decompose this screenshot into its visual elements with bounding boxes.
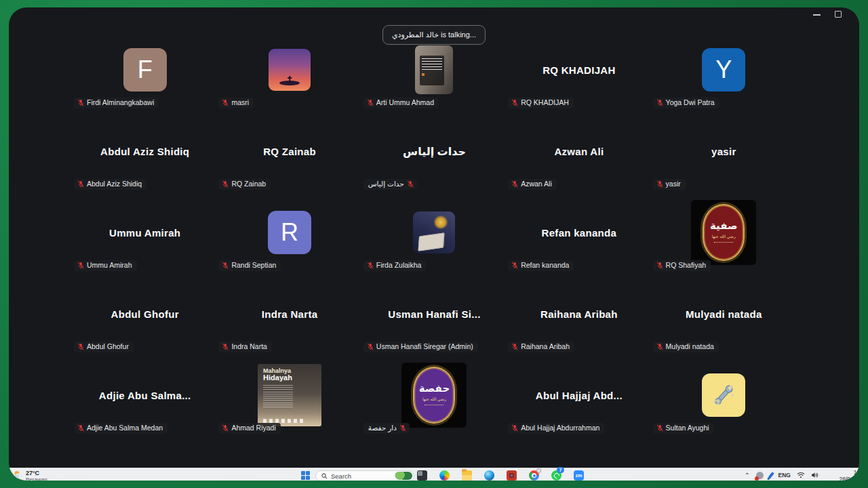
- participant-name-text: Raihana Aribah: [521, 343, 570, 350]
- muted-mic-icon: [77, 343, 84, 350]
- participant-tile[interactable]: Abdul Aziz ShidiqAbdul Aziz Shidiq: [73, 110, 217, 192]
- taskbar-clock[interactable]: 10:07 28/02/2025: [833, 470, 859, 481]
- participant-tile[interactable]: masri: [217, 29, 361, 110]
- avatar-image-quote-frame: [415, 45, 453, 94]
- muted-mic-icon: [222, 99, 229, 106]
- avatar-image-quran-night: [413, 211, 455, 253]
- participant-tile[interactable]: FFirdi Alminangkabawi: [73, 29, 217, 110]
- participant-name-text: Ummu Amirah: [87, 262, 132, 269]
- participant-display-name: Refan kananda: [542, 227, 617, 239]
- participant-name-text: RQ KHADIJAH: [521, 99, 569, 106]
- participant-name-text: masri: [231, 99, 249, 106]
- participant-tile[interactable]: Indra NartaIndra Narta: [217, 273, 361, 354]
- start-icon: [306, 471, 310, 475]
- participant-tile[interactable]: RQ KHADIJAHRQ KHADIJAH: [507, 29, 651, 110]
- participant-name-label: Ummu Amirah: [74, 260, 137, 271]
- participant-name-text: Abdul Aziz Shidiq: [87, 180, 142, 188]
- participant-name-label: RQ Zainab: [218, 179, 271, 190]
- participant-tile[interactable]: Refan kanandaRefan kananda: [507, 192, 651, 273]
- participant-tile[interactable]: حفصةرضي الله عنهادار حفصة: [362, 354, 507, 436]
- wifi-icon[interactable]: [797, 472, 805, 479]
- whatsapp-notification-badge: 7: [557, 467, 564, 473]
- search-icon: [321, 473, 328, 479]
- whatsapp-icon[interactable]: 7: [551, 470, 561, 481]
- app-dark-icon[interactable]: [417, 470, 427, 481]
- participant-name-label: RQ Shafiyah: [653, 260, 711, 271]
- participant-tile[interactable]: Sultan Ayughi: [652, 354, 796, 436]
- muted-mic-icon: [77, 262, 84, 269]
- weather-condition: Berawan: [26, 476, 47, 481]
- tray-chevron-up-icon[interactable]: ⌃: [745, 471, 750, 479]
- participant-name-text: yasir: [666, 180, 681, 188]
- participant-name-label: Randi Septian: [218, 260, 281, 271]
- participant-tile[interactable]: Firda Zulaikha: [362, 192, 507, 273]
- participant-tile[interactable]: Abdul GhofurAbdul Ghofur: [73, 273, 217, 354]
- speaker-icon[interactable]: [811, 472, 819, 479]
- taskbar-search[interactable]: Search: [315, 470, 414, 481]
- participant-name-label: Sultan Ayughi: [653, 423, 714, 434]
- participant-name-label: حدات إلياس: [363, 179, 417, 190]
- participant-name-text: Adjie Abu Salma Medan: [87, 424, 163, 432]
- muted-mic-icon: [222, 262, 229, 269]
- participant-name-label: Ahmad Riyadi: [218, 423, 280, 434]
- participant-name-text: Firdi Alminangkabawi: [87, 99, 154, 106]
- participant-name-text: Abul Hajjaj Abdurrahman: [521, 424, 599, 432]
- taskbar: 27°C Berawan Search 7zm ⌃ ENG: [9, 468, 859, 481]
- participant-name-label: Adjie Abu Salma Medan: [74, 423, 167, 434]
- participant-name-text: دار حفصة: [368, 424, 397, 432]
- avatar-image-sunset: [269, 49, 311, 91]
- zoom-meeting-window: خالد المطرودي is talking... FFirdi Almin…: [9, 7, 859, 481]
- participant-name-label: Abdul Ghofur: [74, 342, 134, 352]
- restore-icon[interactable]: [835, 11, 842, 18]
- edge-icon[interactable]: [484, 470, 494, 481]
- participant-name-label: Azwan Ali: [508, 179, 557, 190]
- weather-temperature: 27°C: [26, 470, 47, 476]
- participant-tile[interactable]: صفيةرضي الله عنهاRQ Shafiyah: [652, 192, 796, 273]
- participant-name-text: Mulyadi natada: [666, 343, 714, 350]
- participant-name-text: Indra Narta: [231, 343, 267, 350]
- participant-tile[interactable]: Mulyadi natadaMulyadi natada: [652, 273, 796, 354]
- participant-display-name: Mulyadi natada: [686, 308, 762, 320]
- language-indicator[interactable]: ENG: [778, 472, 791, 479]
- participant-tile[interactable]: RRandi Septian: [217, 192, 361, 273]
- tray-sync-error-icon[interactable]: [756, 472, 764, 479]
- muted-mic-icon: [399, 424, 406, 432]
- participant-name-label: Mulyadi natada: [653, 342, 719, 352]
- participant-tile[interactable]: Usman Hanafi Si...Usman Hanafi Siregar (…: [362, 273, 507, 354]
- participant-tile[interactable]: YYoga Dwi Patra: [652, 29, 796, 110]
- participant-tile[interactable]: Ummu AmirahUmmu Amirah: [73, 192, 217, 273]
- muted-mic-icon: [77, 424, 84, 432]
- minimize-icon[interactable]: [813, 14, 821, 16]
- participant-tile[interactable]: RQ ZainabRQ Zainab: [217, 110, 361, 192]
- participant-name-label: Usman Hanafi Siregar (Admin): [363, 342, 478, 352]
- participant-name-text: Yoga Dwi Patra: [666, 99, 715, 106]
- muted-mic-icon: [656, 99, 663, 106]
- participant-name-label: Abul Hajjaj Abdurrahman: [508, 423, 604, 434]
- file-explorer-icon[interactable]: [462, 470, 472, 481]
- zoom-icon[interactable]: zm: [574, 470, 584, 481]
- participant-display-name: RQ Zainab: [263, 146, 316, 157]
- participant-tile[interactable]: Azwan AliAzwan Ali: [507, 110, 651, 192]
- start-button[interactable]: [301, 471, 310, 480]
- participant-display-name: Adjie Abu Salma...: [99, 390, 191, 401]
- copilot-icon[interactable]: [439, 470, 450, 481]
- participant-tile[interactable]: Abul Hajjaj Abd...Abul Hajjaj Abdurrahma…: [507, 354, 651, 436]
- chrome-icon[interactable]: [529, 470, 539, 481]
- participant-tile[interactable]: MahalnyaHidayahAhmad Riyadi: [217, 354, 361, 436]
- start-icon: [301, 471, 305, 475]
- weather-widget[interactable]: 27°C Berawan: [13, 470, 47, 481]
- participant-tile[interactable]: yasiryasir: [652, 110, 796, 192]
- tray-pen-icon[interactable]: [768, 471, 774, 479]
- participant-name-text: RQ Shafiyah: [666, 262, 707, 269]
- participant-name-label: RQ KHADIJAH: [508, 98, 574, 108]
- participant-tile[interactable]: حدات إلياسحدات إلياس: [362, 110, 507, 192]
- store-icon[interactable]: [507, 470, 517, 481]
- window-controls: [9, 9, 859, 21]
- muted-mic-icon: [656, 262, 663, 269]
- avatar-image-ornate-badge: حفصةرضي الله عنها: [401, 363, 467, 428]
- muted-mic-icon: [367, 262, 374, 269]
- participant-tile[interactable]: Adjie Abu Salma...Adjie Abu Salma Medan: [73, 354, 217, 436]
- participant-display-name: Raihana Aribah: [540, 308, 618, 320]
- chrome-clock-badge: [536, 468, 541, 473]
- participant-tile[interactable]: Raihana AribahRaihana Aribah: [507, 273, 651, 354]
